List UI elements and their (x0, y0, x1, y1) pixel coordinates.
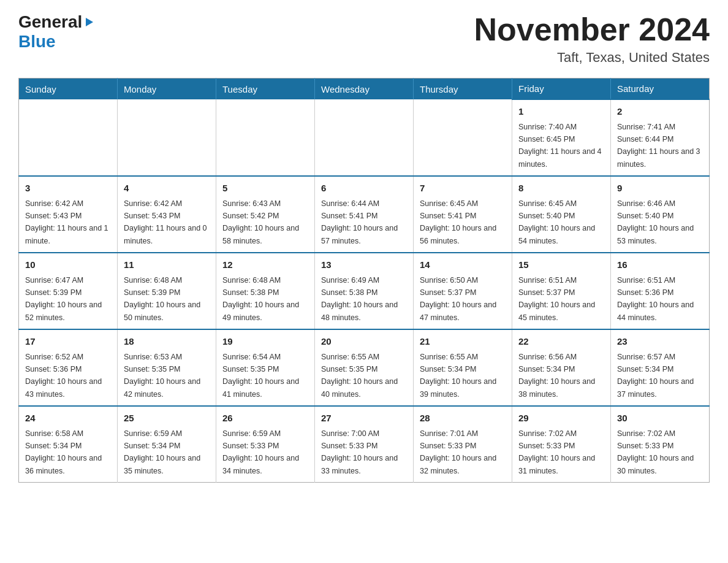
calendar-cell: 15Sunrise: 6:51 AM Sunset: 5:37 PM Dayli… (512, 253, 611, 329)
day-number: 18 (124, 335, 210, 349)
calendar-cell: 3Sunrise: 6:42 AM Sunset: 5:43 PM Daylig… (19, 176, 118, 253)
day-info: Sunrise: 7:01 AM Sunset: 5:33 PM Dayligh… (420, 429, 496, 475)
calendar-cell: 25Sunrise: 6:59 AM Sunset: 5:34 PM Dayli… (118, 406, 216, 483)
day-info: Sunrise: 6:49 AM Sunset: 5:38 PM Dayligh… (321, 276, 398, 322)
day-info: Sunrise: 6:44 AM Sunset: 5:41 PM Dayligh… (321, 199, 398, 245)
day-number: 19 (222, 335, 308, 349)
day-number: 2 (617, 105, 703, 119)
header-sunday: Sunday (19, 79, 118, 100)
day-info: Sunrise: 6:55 AM Sunset: 5:35 PM Dayligh… (321, 353, 398, 399)
calendar-cell: 14Sunrise: 6:50 AM Sunset: 5:37 PM Dayli… (414, 253, 512, 329)
header-tuesday: Tuesday (216, 79, 315, 100)
calendar-table: SundayMondayTuesdayWednesdayThursdayFrid… (18, 78, 710, 483)
day-info: Sunrise: 6:48 AM Sunset: 5:39 PM Dayligh… (124, 276, 200, 322)
calendar-cell (19, 99, 118, 176)
day-number: 30 (617, 412, 703, 426)
calendar-cell: 9Sunrise: 6:46 AM Sunset: 5:40 PM Daylig… (611, 176, 710, 253)
day-info: Sunrise: 6:57 AM Sunset: 5:34 PM Dayligh… (617, 353, 694, 399)
header-wednesday: Wednesday (315, 79, 414, 100)
calendar-cell: 26Sunrise: 6:59 AM Sunset: 5:33 PM Dayli… (216, 406, 315, 483)
day-number: 3 (25, 182, 111, 196)
calendar-cell: 22Sunrise: 6:56 AM Sunset: 5:34 PM Dayli… (512, 329, 611, 406)
day-info: Sunrise: 6:42 AM Sunset: 5:43 PM Dayligh… (124, 199, 207, 245)
day-info: Sunrise: 6:56 AM Sunset: 5:34 PM Dayligh… (518, 353, 595, 399)
calendar-cell: 21Sunrise: 6:55 AM Sunset: 5:34 PM Dayli… (414, 329, 512, 406)
header-saturday: Saturday (611, 79, 710, 100)
logo-triangle-icon (83, 17, 94, 28)
day-info: Sunrise: 7:40 AM Sunset: 6:45 PM Dayligh… (518, 123, 602, 169)
page-header: General Blue November 2024 Taft, Texas, … (18, 12, 710, 66)
logo-general-text: General (18, 12, 82, 32)
day-info: Sunrise: 6:45 AM Sunset: 5:41 PM Dayligh… (420, 199, 496, 245)
calendar-cell (118, 99, 216, 176)
day-number: 27 (321, 412, 407, 426)
calendar-cell: 17Sunrise: 6:52 AM Sunset: 5:36 PM Dayli… (19, 329, 118, 406)
header-monday: Monday (118, 79, 216, 100)
day-number: 26 (222, 412, 308, 426)
day-info: Sunrise: 7:41 AM Sunset: 6:44 PM Dayligh… (617, 123, 700, 169)
calendar-cell: 24Sunrise: 6:58 AM Sunset: 5:34 PM Dayli… (19, 406, 118, 483)
calendar-cell: 23Sunrise: 6:57 AM Sunset: 5:34 PM Dayli… (611, 329, 710, 406)
day-number: 1 (518, 105, 604, 119)
calendar-cell: 11Sunrise: 6:48 AM Sunset: 5:39 PM Dayli… (118, 253, 216, 329)
day-info: Sunrise: 6:47 AM Sunset: 5:39 PM Dayligh… (25, 276, 102, 322)
calendar-cell: 10Sunrise: 6:47 AM Sunset: 5:39 PM Dayli… (19, 253, 118, 329)
day-number: 22 (518, 335, 604, 349)
calendar-cell: 19Sunrise: 6:54 AM Sunset: 5:35 PM Dayli… (216, 329, 315, 406)
day-number: 10 (25, 258, 111, 272)
day-number: 7 (420, 182, 506, 196)
calendar-cell: 28Sunrise: 7:01 AM Sunset: 5:33 PM Dayli… (414, 406, 512, 483)
day-number: 8 (518, 182, 604, 196)
calendar-cell: 8Sunrise: 6:45 AM Sunset: 5:40 PM Daylig… (512, 176, 611, 253)
day-number: 16 (617, 258, 703, 272)
day-number: 25 (124, 412, 210, 426)
calendar-cell: 5Sunrise: 6:43 AM Sunset: 5:42 PM Daylig… (216, 176, 315, 253)
calendar-cell: 27Sunrise: 7:00 AM Sunset: 5:33 PM Dayli… (315, 406, 414, 483)
day-info: Sunrise: 6:42 AM Sunset: 5:43 PM Dayligh… (25, 199, 108, 245)
calendar-week-4: 17Sunrise: 6:52 AM Sunset: 5:36 PM Dayli… (19, 329, 710, 406)
day-number: 6 (321, 182, 407, 196)
day-number: 15 (518, 258, 604, 272)
day-number: 11 (124, 258, 210, 272)
day-info: Sunrise: 6:51 AM Sunset: 5:36 PM Dayligh… (617, 276, 694, 322)
day-info: Sunrise: 7:02 AM Sunset: 5:33 PM Dayligh… (518, 429, 595, 475)
calendar-cell: 16Sunrise: 6:51 AM Sunset: 5:36 PM Dayli… (611, 253, 710, 329)
day-info: Sunrise: 6:58 AM Sunset: 5:34 PM Dayligh… (25, 429, 102, 475)
day-info: Sunrise: 7:02 AM Sunset: 5:33 PM Dayligh… (617, 429, 694, 475)
calendar-cell: 30Sunrise: 7:02 AM Sunset: 5:33 PM Dayli… (611, 406, 710, 483)
calendar-cell (315, 99, 414, 176)
calendar-week-5: 24Sunrise: 6:58 AM Sunset: 5:34 PM Dayli… (19, 406, 710, 483)
day-number: 4 (124, 182, 210, 196)
day-info: Sunrise: 6:48 AM Sunset: 5:38 PM Dayligh… (222, 276, 299, 322)
calendar-cell: 13Sunrise: 6:49 AM Sunset: 5:38 PM Dayli… (315, 253, 414, 329)
day-number: 21 (420, 335, 506, 349)
day-number: 17 (25, 335, 111, 349)
calendar-week-2: 3Sunrise: 6:42 AM Sunset: 5:43 PM Daylig… (19, 176, 710, 253)
day-number: 20 (321, 335, 407, 349)
calendar-cell: 4Sunrise: 6:42 AM Sunset: 5:43 PM Daylig… (118, 176, 216, 253)
calendar-week-3: 10Sunrise: 6:47 AM Sunset: 5:39 PM Dayli… (19, 253, 710, 329)
day-number: 28 (420, 412, 506, 426)
day-info: Sunrise: 6:54 AM Sunset: 5:35 PM Dayligh… (222, 353, 299, 399)
logo-blue-text: Blue (18, 32, 56, 51)
day-info: Sunrise: 6:55 AM Sunset: 5:34 PM Dayligh… (420, 353, 496, 399)
calendar-cell: 1Sunrise: 7:40 AM Sunset: 6:45 PM Daylig… (512, 99, 611, 176)
day-info: Sunrise: 6:43 AM Sunset: 5:42 PM Dayligh… (222, 199, 299, 245)
calendar-cell (216, 99, 315, 176)
day-info: Sunrise: 6:53 AM Sunset: 5:35 PM Dayligh… (124, 353, 200, 399)
day-number: 9 (617, 182, 703, 196)
day-info: Sunrise: 6:45 AM Sunset: 5:40 PM Dayligh… (518, 199, 595, 245)
logo: General Blue (18, 12, 94, 52)
day-number: 12 (222, 258, 308, 272)
calendar-header-row: SundayMondayTuesdayWednesdayThursdayFrid… (19, 79, 710, 100)
day-number: 24 (25, 412, 111, 426)
calendar-cell (414, 99, 512, 176)
day-info: Sunrise: 6:59 AM Sunset: 5:33 PM Dayligh… (222, 429, 299, 475)
day-info: Sunrise: 6:46 AM Sunset: 5:40 PM Dayligh… (617, 199, 694, 245)
day-number: 29 (518, 412, 604, 426)
calendar-week-1: 1Sunrise: 7:40 AM Sunset: 6:45 PM Daylig… (19, 99, 710, 176)
day-info: Sunrise: 6:52 AM Sunset: 5:36 PM Dayligh… (25, 353, 102, 399)
calendar-cell: 20Sunrise: 6:55 AM Sunset: 5:35 PM Dayli… (315, 329, 414, 406)
day-number: 23 (617, 335, 703, 349)
svg-marker-0 (86, 18, 93, 26)
